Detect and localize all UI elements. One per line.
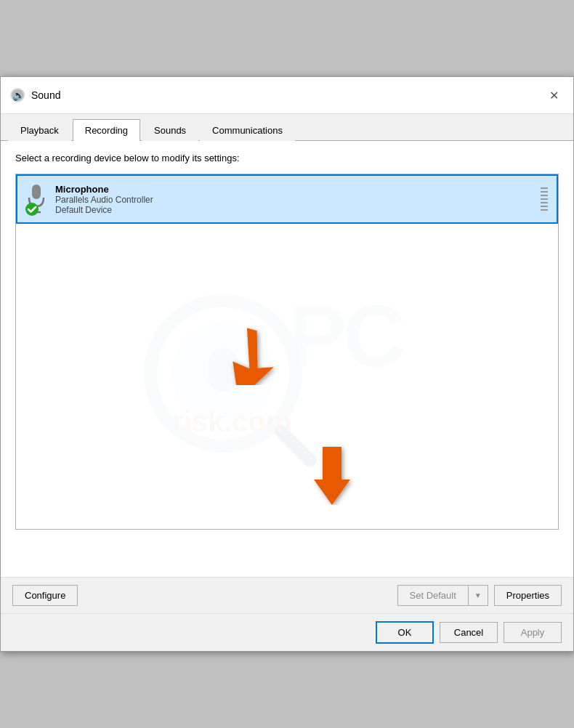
device-status: Default Device bbox=[55, 205, 539, 215]
arrow-up-annotation bbox=[219, 320, 278, 387]
arrow-down-annotation bbox=[307, 440, 357, 507]
svg-point-7 bbox=[150, 301, 296, 446]
tab-content: Select a recording device below to modif… bbox=[1, 141, 573, 577]
watermark-svg: PC risk.com bbox=[136, 264, 427, 482]
ok-button[interactable]: OK bbox=[376, 621, 434, 644]
set-default-group: Set Default ▼ bbox=[397, 585, 488, 606]
svg-point-6 bbox=[25, 203, 39, 216]
footer-buttons: OK Cancel Apply bbox=[1, 613, 573, 651]
device-info: Microphone Parallels Audio Controller De… bbox=[55, 184, 539, 215]
svg-line-10 bbox=[281, 432, 310, 461]
title-bar: 🔊 Sound ✕ bbox=[1, 77, 573, 114]
default-check-icon bbox=[25, 202, 39, 217]
tab-communications[interactable]: Communications bbox=[200, 119, 295, 141]
svg-text:🔊: 🔊 bbox=[12, 89, 25, 102]
sound-dialog: 🔊 Sound ✕ Playback Recording Sounds Comm… bbox=[0, 76, 574, 652]
tab-playback[interactable]: Playback bbox=[8, 119, 71, 141]
scrollbar-indicator bbox=[539, 185, 549, 214]
action-buttons: Configure Set Default ▼ Properties bbox=[1, 577, 573, 613]
device-item-microphone[interactable]: Microphone Parallels Audio Controller De… bbox=[16, 174, 558, 224]
instruction-text: Select a recording device below to modif… bbox=[15, 153, 559, 163]
cancel-button[interactable]: Cancel bbox=[440, 622, 498, 643]
device-controller: Parallels Audio Controller bbox=[55, 195, 539, 205]
device-icon-area bbox=[25, 182, 48, 217]
set-default-dropdown[interactable]: ▼ bbox=[468, 586, 488, 605]
device-list[interactable]: Microphone Parallels Audio Controller De… bbox=[15, 174, 559, 530]
device-name: Microphone bbox=[55, 184, 539, 195]
window-title: Sound bbox=[31, 89, 60, 101]
tab-recording[interactable]: Recording bbox=[73, 119, 140, 141]
watermark: PC risk.com bbox=[16, 218, 546, 529]
svg-marker-14 bbox=[314, 447, 350, 505]
properties-button[interactable]: Properties bbox=[494, 585, 562, 606]
tab-bar: Playback Recording Sounds Communications bbox=[1, 114, 573, 141]
tab-sounds[interactable]: Sounds bbox=[142, 119, 198, 141]
svg-text:risk.com: risk.com bbox=[172, 405, 292, 437]
svg-marker-13 bbox=[219, 325, 278, 385]
svg-rect-9 bbox=[209, 348, 238, 392]
apply-button[interactable]: Apply bbox=[504, 622, 562, 643]
close-button[interactable]: ✕ bbox=[543, 84, 565, 106]
svg-rect-3 bbox=[32, 185, 41, 199]
svg-point-8 bbox=[172, 323, 274, 424]
svg-text:PC: PC bbox=[288, 287, 404, 384]
sound-icon: 🔊 bbox=[9, 87, 25, 103]
configure-button[interactable]: Configure bbox=[12, 585, 78, 606]
title-bar-left: 🔊 Sound bbox=[9, 87, 60, 103]
set-default-button[interactable]: Set Default bbox=[398, 586, 468, 605]
